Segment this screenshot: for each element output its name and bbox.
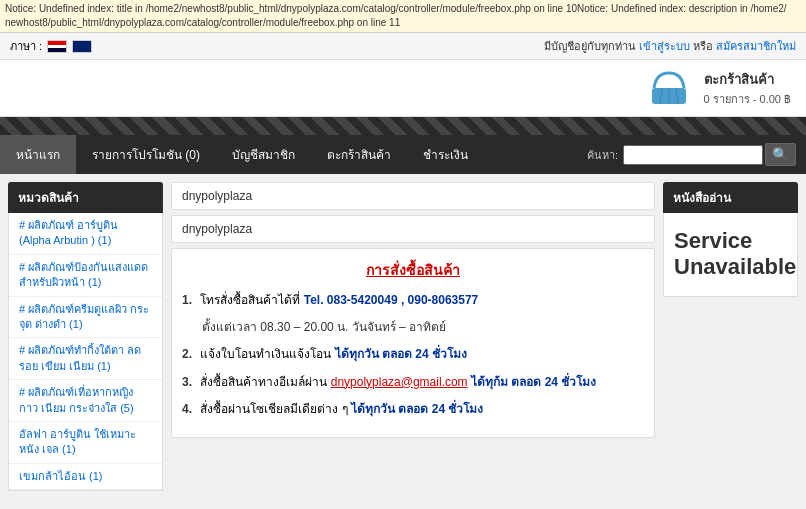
order-text-3: สั่งซื้อสินค้าทางอีเมล์ผ่าน bbox=[200, 375, 327, 389]
order-title: การสั่งซื้อสินค้า bbox=[182, 259, 644, 281]
login-link[interactable]: เข้าสู่ระบบ bbox=[639, 40, 690, 52]
service-unavailable-text: Service Unavailable bbox=[674, 228, 787, 281]
sidebar-item-1[interactable]: # ผลิตภัณฑ์ป้องกันแสงแดด สำหรับผิวหน้า (… bbox=[9, 255, 162, 297]
sidebar-item-2[interactable]: # ผลิตภัณฑ์ครีมดูแลผิว กระ จุด ด่างดำ (1… bbox=[9, 297, 162, 339]
sidebar-item-6[interactable]: เขมกล้าไอ้อน (1) bbox=[9, 464, 162, 490]
register-link[interactable]: สมัครสมาชิกใหม่ bbox=[716, 40, 796, 52]
order-text-2: แจ้งใบโอนทำเงินแจ้งโอน bbox=[200, 347, 331, 361]
order-highlight-4: ได้ทุกวัน ตลอด 24 ชั่วโมง bbox=[351, 402, 483, 416]
order-item-sub: ตั้งแต่เวลา 08.30 – 20.00 น. วันจันทร์ –… bbox=[182, 318, 644, 337]
top-bar: ภาษา : มีบัญชีอยู่กับทุกท่าน เข้าสู่ระบบ… bbox=[0, 33, 806, 60]
order-num-1: 1. bbox=[182, 293, 192, 307]
sidebar-item-4[interactable]: # ผลิตภัณฑ์เที่อหากหญิงกาว เนียม กระจ่าง… bbox=[9, 380, 162, 422]
error-text-line1: Notice: Undefined index: title in /home2… bbox=[5, 3, 787, 14]
lang-label: ภาษา : bbox=[10, 37, 42, 55]
flag-thai-icon[interactable] bbox=[47, 40, 67, 53]
order-highlight-2: ได้ทุกวัน ตลอด 24 ชั่วโมง bbox=[335, 347, 467, 361]
main-box: การสั่งซื้อสินค้า 1. โทรสั่งซื้อสินค้าได… bbox=[171, 248, 655, 438]
sidebar-item-5[interactable]: อัลฟา อาร์บูติน ใช้เหมาะหนัง เจล (1) bbox=[9, 422, 162, 464]
decorative-strip bbox=[0, 117, 806, 135]
sidebar-item-3[interactable]: # ผลิตภัณฑ์ทำกิ้งใต้ตา ลดรอย เขียม เนียม… bbox=[9, 338, 162, 380]
breadcrumb-1: dnypolyplaza bbox=[171, 182, 655, 210]
nav-item-home[interactable]: หน้าแรก bbox=[0, 135, 76, 174]
order-item-3: 3. สั่งซื้อสินค้าทางอีเมล์ผ่าน dnypolypl… bbox=[182, 373, 644, 392]
flag-english-icon[interactable] bbox=[72, 40, 92, 53]
order-highlight-1: Tel. 083-5420049 , 090-8063577 bbox=[304, 293, 479, 307]
order-email[interactable]: dnypolyplaza@gmail.com bbox=[331, 375, 468, 389]
order-sub-text: ตั้งแต่เวลา 08.30 – 20.00 น. วันจันทร์ –… bbox=[202, 320, 446, 334]
order-num-2: 2. bbox=[182, 347, 192, 361]
account-links: มีบัญชีอยู่กับทุกท่าน เข้าสู่ระบบ หรือ ส… bbox=[544, 37, 796, 55]
cart-count: 0 รายการ - 0.00 ฿ bbox=[704, 90, 791, 108]
cart-widget[interactable]: ตะกร้าสินค้า 0 รายการ - 0.00 ฿ bbox=[644, 68, 791, 108]
search-label: ค้นหา: bbox=[587, 146, 618, 164]
nav-item-checkout[interactable]: ชำระเงิน bbox=[407, 135, 484, 174]
order-highlight-3: ได้ทุก้ม ตลอด 24 ชั่วโมง bbox=[471, 375, 596, 389]
error-bar: Notice: Undefined index: title in /home2… bbox=[0, 0, 806, 33]
content-area: หมวดสินค้า # ผลิตภัณฑ์ อาร์บูติน (Alpha … bbox=[0, 174, 806, 499]
nav-item-promotions[interactable]: รายการโปรโมชัน (0) bbox=[76, 135, 216, 174]
order-item-1: 1. โทรสั่งซื้อสินค้าได้ที่ Tel. 083-5420… bbox=[182, 291, 644, 310]
main-content: dnypolyplaza dnypolyplaza การสั่งซื้อสิน… bbox=[163, 182, 663, 491]
error-text-line2: newhost8/public_html/dnypolyplaza.com/ca… bbox=[5, 17, 400, 28]
search-area: ค้นหา: 🔍 bbox=[577, 137, 806, 172]
order-item-4: 4. สั่งซื้อผ่านโซเชียลมีเดียต่าง ๆ ได้ทุ… bbox=[182, 400, 644, 419]
sidebar-list: # ผลิตภัณฑ์ อาร์บูติน (Alpha Arbutin ) (… bbox=[8, 213, 163, 491]
nav-bar: หน้าแรก รายการโปรโมชัน (0) บัญชีสมาชิก ต… bbox=[0, 135, 806, 174]
nav-item-account[interactable]: บัญชีสมาชิก bbox=[216, 135, 311, 174]
cart-label: ตะกร้าสินค้า bbox=[704, 69, 791, 90]
order-item-2: 2. แจ้งใบโอนทำเงินแจ้งโอน ได้ทุกวัน ตลอด… bbox=[182, 345, 644, 364]
order-num-3: 3. bbox=[182, 375, 192, 389]
nav-item-cart[interactable]: ตะกร้าสินค้า bbox=[311, 135, 407, 174]
language-selector: ภาษา : bbox=[10, 37, 92, 55]
order-num-4: 4. bbox=[182, 402, 192, 416]
sidebar-title: หมวดสินค้า bbox=[8, 182, 163, 213]
account-text: มีบัญชีอยู่กับทุกท่าน bbox=[544, 40, 636, 52]
sidebar-item-0[interactable]: # ผลิตภัณฑ์ อาร์บูติน (Alpha Arbutin ) (… bbox=[9, 213, 162, 255]
cart-info: ตะกร้าสินค้า 0 รายการ - 0.00 ฿ bbox=[704, 69, 791, 108]
right-panel-title: หนังสืออ่าน bbox=[663, 182, 798, 213]
search-input[interactable] bbox=[623, 145, 763, 165]
or-text: หรือ bbox=[693, 40, 713, 52]
cart-icon bbox=[644, 68, 694, 108]
service-unavailable-box: Service Unavailable bbox=[663, 213, 798, 297]
search-button[interactable]: 🔍 bbox=[765, 143, 796, 166]
order-text-4: สั่งซื้อผ่านโซเชียลมีเดียต่าง ๆ bbox=[200, 402, 347, 416]
right-panel: หนังสืออ่าน Service Unavailable bbox=[663, 182, 798, 491]
sidebar: หมวดสินค้า # ผลิตภัณฑ์ อาร์บูติน (Alpha … bbox=[8, 182, 163, 491]
cart-area: ตะกร้าสินค้า 0 รายการ - 0.00 ฿ bbox=[0, 60, 806, 117]
order-text-1: โทรสั่งซื้อสินค้าได้ที่ bbox=[200, 293, 300, 307]
breadcrumb-2: dnypolyplaza bbox=[171, 215, 655, 243]
